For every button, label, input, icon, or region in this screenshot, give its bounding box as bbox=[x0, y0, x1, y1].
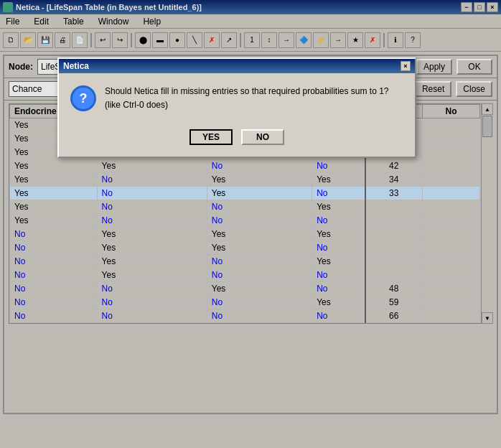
dialog-question-icon: ? bbox=[70, 85, 96, 111]
dialog-body: ? Should Netica fill in missing entries … bbox=[59, 73, 415, 123]
dialog-buttons: YES NO bbox=[59, 123, 415, 157]
dialog-message: Should Netica fill in missing entries so… bbox=[105, 85, 389, 112]
dialog-close-btn[interactable]: × bbox=[401, 61, 411, 71]
dialog-title-bar: Netica × bbox=[59, 59, 415, 73]
dialog-yes-btn[interactable]: YES bbox=[189, 129, 233, 145]
dialog-message-line2: (like Ctrl-0 does) bbox=[105, 98, 389, 112]
dialog-overlay: Netica × ? Should Netica fill in missing… bbox=[0, 0, 501, 448]
dialog-title-text: Netica bbox=[63, 61, 89, 71]
dialog-message-line1: Should Netica fill in missing entries so… bbox=[105, 85, 389, 98]
dialog-no-btn[interactable]: NO bbox=[241, 129, 284, 145]
netica-dialog: Netica × ? Should Netica fill in missing… bbox=[57, 57, 416, 158]
